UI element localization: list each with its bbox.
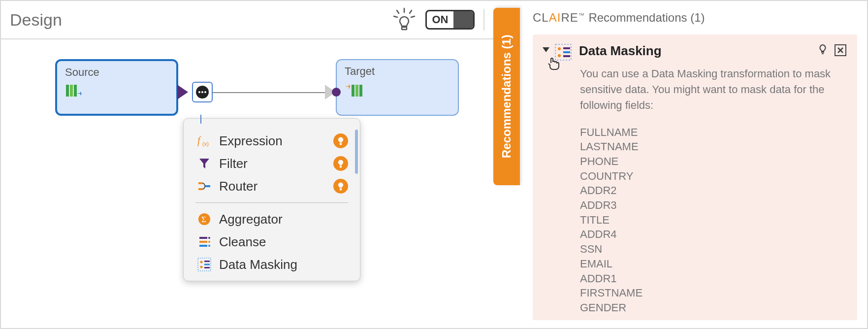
recommendation-field: SSN [580,242,846,257]
tx-item-label: Aggregator [219,212,348,227]
tx-item-label: Cleanse [219,234,348,250]
svg-rect-5 [402,27,407,30]
tx-item-label: Filter [219,156,333,171]
tx-item-cleanse[interactable]: Cleanse [195,230,348,253]
svg-point-24 [208,245,210,247]
svg-rect-29 [204,264,210,265]
svg-text:(x): (x) [202,141,209,147]
recommendations-tab[interactable]: Recommendations (1) [493,8,520,185]
source-table-icon [65,83,168,105]
recommendation-badge-icon [333,156,348,171]
recommendation-field: FULLNAME [580,125,846,140]
recommendations-panel: CLAIRE™ Recommendations (1) Data Masking [520,1,867,328]
canvas-header: Design [1,1,493,39]
recommendation-card-title: Data Masking [579,43,817,59]
svg-rect-20 [199,241,207,243]
recommendation-field: EMAIL [580,257,846,271]
svg-rect-35 [563,51,570,53]
tx-item-expression[interactable]: f(x)Expression [195,130,348,152]
svg-point-23 [208,241,210,243]
sigma-icon: Σ [195,212,213,226]
claire-logo: CLAIRE™ [533,11,588,24]
tx-divider [195,202,348,203]
target-input-port-dot-icon[interactable] [332,88,341,97]
target-node-label: Target [345,65,450,78]
tx-item-aggregator[interactable]: ΣAggregator [195,208,348,230]
pointer-cursor-icon [547,56,561,73]
recommendation-field-list: FULLNAMELASTNAMEPHONECOUNTRYADDR2ADDR3TI… [580,125,846,315]
source-node-label: Source [65,66,168,79]
svg-line-3 [394,16,397,17]
header-divider [483,9,484,31]
mask-icon [195,258,213,271]
svg-rect-8 [74,85,77,97]
close-button[interactable] [835,44,846,56]
svg-rect-7 [70,85,73,97]
svg-point-22 [208,237,210,239]
recommendation-badge-icon [333,179,348,194]
lightbulb-sparkle-icon[interactable] [392,7,417,32]
canvas-body[interactable]: Source Target [1,39,493,328]
toggle-knob [453,11,473,28]
canvas-title: Design [10,10,392,30]
lightbulb-icon[interactable] [817,43,829,57]
recommendation-field: TITLE [580,213,846,228]
svg-rect-19 [199,237,207,239]
toggle-on-label: ON [427,13,453,26]
recommendation-field: FIRSTNAME [580,286,846,300]
svg-rect-6 [66,85,69,97]
svg-rect-34 [563,47,570,49]
recommendation-field: ADDR3 [580,198,846,213]
svg-rect-14 [198,182,202,184]
svg-rect-9 [352,85,354,97]
tx-item-label: Expression [219,133,333,149]
connector [177,85,340,99]
svg-line-4 [411,16,415,17]
target-table-icon [345,82,450,104]
source-node[interactable]: Source [55,59,178,116]
recommendations-panel-title: CLAIRE™ Recommendations (1) [533,11,857,25]
svg-rect-28 [204,261,210,262]
svg-text:Σ: Σ [201,215,206,224]
collapse-caret-icon[interactable] [543,47,549,52]
ellipsis-icon [196,86,209,99]
recommendations-toggle[interactable]: ON [425,10,475,30]
funnel-icon [195,157,213,170]
svg-rect-11 [359,85,362,97]
tx-item-label: Data Masking [219,257,348,272]
source-output-port-icon[interactable] [177,85,188,99]
recommendation-field: GENDER [580,300,846,315]
svg-rect-16 [205,185,210,187]
svg-text:f: f [197,135,201,146]
svg-point-26 [200,261,203,263]
recommendation-field: ADDR4 [580,227,846,242]
target-node[interactable]: Target [336,59,459,116]
svg-point-27 [200,266,203,268]
tx-item-label: Router [219,179,333,194]
recommendation-field: PHONE [580,154,846,169]
tx-item-data masking[interactable]: Data Masking [195,253,348,276]
tx-item-filter[interactable]: Filter [195,152,348,175]
recommendation-field: COUNTRY [580,169,846,184]
fx-icon: f(x) [195,134,213,148]
cleanse-icon [195,235,213,249]
recommendation-field: ADDR2 [580,183,846,198]
svg-line-2 [410,10,412,13]
recommendation-field: ADDR1 [580,271,846,286]
tx-item-router[interactable]: Router [195,175,348,197]
recommendation-field: LASTNAME [580,139,846,154]
add-transformation-button[interactable] [192,82,213,102]
design-canvas-area: Design [1,1,493,328]
svg-rect-36 [563,55,570,57]
connector-line [213,92,326,93]
transformation-popup: f(x)ExpressionFilterRouterΣAggregatorCle… [183,118,360,281]
svg-point-32 [558,47,561,50]
recommendations-tab-label: Recommendations (1) [500,35,514,159]
svg-rect-30 [204,267,210,268]
svg-rect-15 [198,188,202,190]
recommendation-badge-icon [333,133,348,148]
svg-line-1 [397,10,399,13]
recommendation-card: Data Masking You can use a Data Masking … [533,34,857,320]
svg-rect-10 [355,85,358,97]
recommendation-description: You can use a Data Masking transformatio… [580,66,846,113]
